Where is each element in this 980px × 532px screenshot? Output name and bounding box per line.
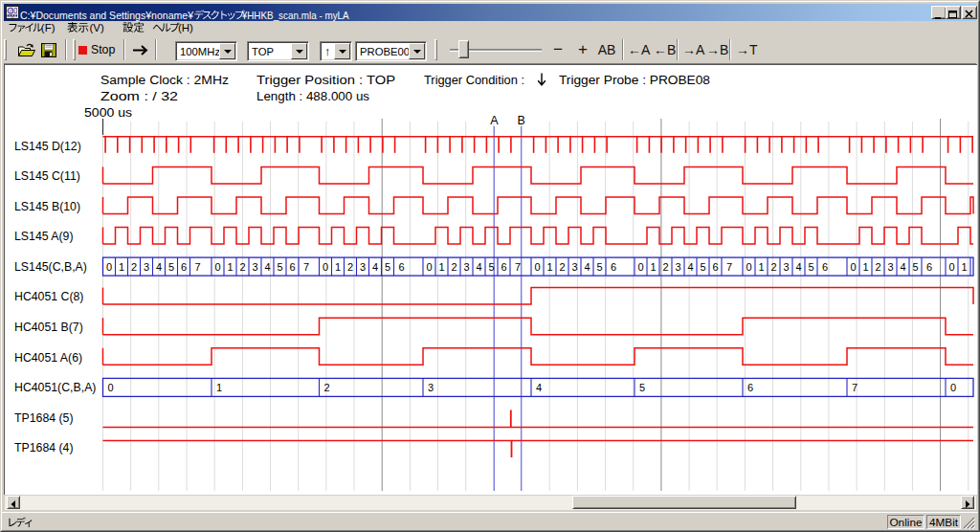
svg-text:7: 7 (194, 261, 200, 273)
svg-text:1: 1 (335, 261, 341, 273)
svg-text:Sample Clock : 2MHz: Sample Clock : 2MHz (100, 74, 229, 87)
svg-text:3: 3 (360, 261, 366, 273)
svg-text:0: 0 (106, 261, 112, 273)
svg-text:5: 5 (596, 261, 602, 273)
svg-text:5: 5 (168, 261, 174, 273)
svg-text:(H): (H) (178, 22, 193, 33)
svg-text:5: 5 (639, 382, 645, 393)
svg-text:3: 3 (887, 261, 893, 273)
svg-text:¥HHKB_scan.mla - myLA: ¥HHKB_scan.mla - myLA (241, 10, 349, 21)
svg-text:1: 1 (119, 261, 124, 273)
svg-text:5: 5 (912, 261, 918, 273)
svg-text:4: 4 (476, 261, 481, 273)
svg-text:6: 6 (289, 261, 295, 273)
svg-text:LS145 A(9): LS145 A(9) (14, 230, 74, 243)
svg-text:TP1684 (4): TP1684 (4) (14, 441, 74, 454)
svg-text:0: 0 (850, 261, 856, 273)
svg-text:0: 0 (214, 261, 220, 273)
svg-text:HC4051 A(6): HC4051 A(6) (14, 351, 82, 365)
svg-text:LS145 C(11): LS145 C(11) (14, 169, 80, 183)
svg-text:1: 1 (546, 261, 552, 273)
svg-text:Trigger Condition :: Trigger Condition : (424, 74, 524, 87)
svg-text:0: 0 (637, 261, 643, 273)
svg-text:6: 6 (611, 261, 616, 273)
svg-text:4: 4 (687, 261, 693, 273)
svg-text:1: 1 (961, 261, 967, 273)
svg-text:(F): (F) (41, 22, 56, 33)
svg-text:2: 2 (559, 261, 565, 273)
svg-text:B: B (517, 114, 524, 127)
svg-text:4: 4 (584, 261, 590, 273)
svg-text:0: 0 (534, 261, 540, 273)
svg-text:0: 0 (108, 382, 114, 393)
svg-text:7: 7 (303, 261, 309, 273)
svg-text:2: 2 (875, 261, 880, 273)
svg-text:4: 4 (372, 261, 378, 273)
svg-text:3: 3 (463, 261, 469, 273)
svg-text:6: 6 (926, 261, 932, 273)
svg-text:4: 4 (264, 261, 270, 273)
svg-text:HC4051 B(7): HC4051 B(7) (14, 321, 83, 334)
svg-text:3: 3 (144, 261, 149, 273)
svg-text:5: 5 (488, 261, 494, 273)
svg-text:0: 0 (950, 382, 956, 393)
svg-text:(V): (V) (90, 22, 105, 33)
svg-text:HC4051(C,B,A): HC4051(C,B,A) (14, 381, 96, 394)
svg-text:HC4051 C(8): HC4051 C(8) (14, 290, 83, 303)
svg-text:7: 7 (515, 261, 521, 273)
svg-text:Trigger Probe : PROBE08: Trigger Probe : PROBE08 (559, 74, 710, 87)
svg-text:3: 3 (783, 261, 789, 273)
svg-text:1: 1 (758, 261, 764, 273)
svg-text:2: 2 (239, 261, 245, 273)
svg-text:6: 6 (181, 261, 187, 273)
svg-text:Length : 488.000 us: Length : 488.000 us (256, 90, 369, 103)
svg-text:6: 6 (712, 261, 718, 273)
svg-text:3: 3 (675, 261, 680, 273)
svg-text:4: 4 (536, 382, 542, 393)
svg-text:5: 5 (277, 261, 282, 273)
svg-text:1: 1 (227, 261, 233, 273)
svg-text:4: 4 (795, 261, 801, 273)
svg-text:2: 2 (662, 261, 668, 273)
svg-text:3: 3 (252, 261, 257, 273)
svg-text:2: 2 (131, 261, 137, 273)
svg-text:LS145 B(10): LS145 B(10) (14, 200, 80, 213)
svg-text:5000 us: 5000 us (84, 106, 132, 120)
svg-text:1: 1 (438, 261, 444, 273)
svg-text:6: 6 (398, 261, 404, 273)
svg-text:1: 1 (650, 261, 656, 273)
svg-text:6: 6 (747, 382, 753, 393)
svg-text:7: 7 (726, 261, 732, 273)
svg-text:2: 2 (324, 382, 330, 393)
svg-text:6: 6 (501, 261, 506, 273)
svg-text:1: 1 (216, 382, 222, 393)
svg-text:2: 2 (770, 261, 776, 273)
svg-text:0: 0 (426, 261, 432, 273)
svg-text:3: 3 (428, 382, 434, 393)
svg-text:Trigger Position : TOP: Trigger Position : TOP (256, 74, 395, 87)
svg-text:0: 0 (323, 261, 328, 273)
svg-text:6: 6 (822, 261, 828, 273)
svg-text:0: 0 (746, 261, 751, 273)
svg-text:2: 2 (347, 261, 353, 273)
svg-text:4: 4 (156, 261, 162, 273)
svg-text:0: 0 (948, 261, 954, 273)
svg-text:5: 5 (385, 261, 390, 273)
svg-text:TP1684 (5): TP1684 (5) (14, 411, 74, 425)
svg-text:1: 1 (862, 261, 868, 273)
svg-text:C:¥Documents and Settings¥nona: C:¥Documents and Settings¥noname¥ (20, 10, 194, 21)
svg-text:A: A (490, 114, 499, 127)
svg-text:5: 5 (700, 261, 705, 273)
svg-text:2: 2 (451, 261, 457, 273)
svg-text:7: 7 (852, 382, 858, 393)
svg-text:4: 4 (900, 261, 905, 273)
svg-text:LS145(C,B,A): LS145(C,B,A) (14, 260, 87, 274)
svg-text:3: 3 (571, 261, 577, 273)
svg-text:LS145 D(12): LS145 D(12) (14, 140, 81, 153)
svg-text:Zoom : / 32: Zoom : / 32 (100, 90, 178, 103)
svg-text:5: 5 (808, 261, 813, 273)
